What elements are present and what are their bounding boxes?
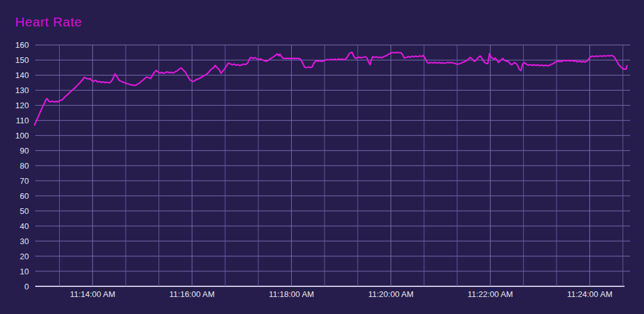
y-tick-label: 100: [15, 131, 29, 140]
y-tick-label: 160: [15, 40, 29, 50]
heart-rate-line: [35, 52, 627, 125]
y-tick-label: 130: [15, 86, 29, 95]
y-tick-label: 60: [20, 191, 29, 201]
y-tick-label: 20: [20, 252, 29, 261]
y-tick-label: 140: [15, 70, 29, 80]
y-tick-label: 0: [25, 282, 29, 291]
y-tick-label: 40: [20, 221, 29, 231]
heart-rate-chart: 0102030405060708090100110120130140150160…: [0, 0, 644, 314]
heart-rate-panel: Heart Rate 01020304050607080901001101201…: [0, 0, 644, 314]
y-tick-label: 10: [20, 267, 29, 276]
y-tick-label: 150: [15, 55, 29, 65]
x-tick-label: 11:16:00 AM: [169, 289, 214, 299]
y-tick-label: 80: [20, 161, 29, 171]
x-tick-label: 11:24:00 AM: [567, 289, 613, 299]
y-tick-label: 120: [15, 101, 29, 110]
x-tick-label: 11:22:00 AM: [468, 289, 513, 299]
y-tick-label: 110: [16, 116, 29, 125]
y-tick-label: 70: [20, 176, 29, 186]
y-tick-label: 90: [20, 146, 29, 155]
x-tick-label: 11:14:00 AM: [70, 289, 115, 299]
y-tick-label: 50: [20, 206, 29, 216]
x-tick-label: 11:18:00 AM: [269, 289, 314, 299]
x-tick-label: 11:20:00 AM: [368, 289, 413, 299]
y-tick-label: 30: [20, 237, 29, 246]
